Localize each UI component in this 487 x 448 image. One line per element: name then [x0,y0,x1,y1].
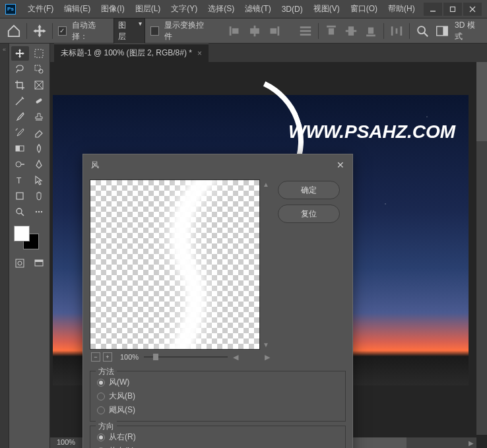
menu-edit[interactable]: 编辑(E) [59,3,96,15]
distribute-icon[interactable] [389,23,404,39]
menu-type[interactable]: 文字(Y) [166,3,203,15]
eyedropper-tool[interactable] [11,94,29,108]
zoom-out-icon[interactable]: − [91,352,100,362]
dialog-preview[interactable] [90,179,260,350]
3d-mode-label: 3D 模式 [455,20,480,42]
scroll-right-arrow-icon[interactable]: ▶ [466,437,476,448]
svg-rect-5 [232,28,238,33]
more-options-icon[interactable] [298,23,313,39]
align-hcenter-icon[interactable] [247,23,262,39]
svg-point-45 [18,261,22,265]
vertical-scrollbar-thumb[interactable] [476,62,487,141]
svg-line-23 [424,32,428,36]
method-blast-radio[interactable]: 大风(B) [97,389,339,403]
quick-select-tool[interactable] [30,62,48,77]
menu-help[interactable]: 帮助(H) [383,3,420,15]
align-vcenter-icon[interactable] [344,23,358,39]
zoom-indicator[interactable]: 100% [57,438,75,446]
align-left-icon[interactable] [228,23,242,39]
method-wind-radio[interactable]: 风(W) [97,375,339,389]
wind-dialog: 风 ✕ ▲ ▼ − + 100% [82,154,353,448]
svg-line-40 [21,213,24,216]
history-brush-tool[interactable] [11,125,29,140]
window-minimize-button[interactable] [424,3,442,16]
dialog-close-button[interactable]: ✕ [337,160,344,170]
preview-horizontal-slider[interactable] [144,352,228,362]
menu-image[interactable]: 图像(I) [96,3,129,15]
svg-rect-13 [327,25,336,27]
align-right-icon[interactable] [267,23,281,39]
preview-down-arrow-icon[interactable]: ▼ [263,341,269,348]
home-icon[interactable] [7,23,21,39]
path-select-tool[interactable] [30,173,48,187]
brush-tool[interactable] [11,110,29,124]
hand-tool[interactable] [30,189,48,203]
collapse-chevron-icon: « [3,46,6,53]
svg-point-41 [36,211,37,212]
menu-filter[interactable]: 滤镜(T) [240,3,276,15]
auto-select-checkbox[interactable] [58,26,67,36]
svg-rect-47 [35,260,43,262]
direction-right-radio[interactable]: 从右(R) [97,430,339,444]
crop-tool[interactable] [11,78,29,92]
screen-mode-tool[interactable] [30,256,48,271]
svg-rect-17 [366,34,375,36]
direction-right-label: 从右(R) [109,432,136,443]
workspace-icon[interactable] [435,23,449,39]
menu-layer[interactable]: 图层(L) [130,3,166,15]
foreground-color-swatch[interactable] [14,226,30,241]
dialog-titlebar[interactable]: 风 ✕ [83,154,352,176]
shape-tool[interactable] [11,189,29,203]
align-top-icon[interactable] [324,23,339,39]
zoom-in-icon[interactable]: + [103,352,112,362]
auto-select-mode-dropdown[interactable]: 图层 [114,18,145,44]
menu-3d[interactable]: 3D(D) [276,5,308,14]
vertical-scrollbar[interactable] [476,62,487,435]
dialog-title: 风 [91,160,99,171]
watermark-text: WWW.PSAHZ.COM [288,121,455,143]
method-wind-label: 风(W) [109,377,129,388]
menu-view[interactable]: 视图(V) [308,3,345,15]
window-maximize-button[interactable] [443,3,462,16]
align-bottom-icon[interactable] [364,23,378,39]
edit-toolbar-button[interactable] [30,205,48,219]
window-close-button[interactable] [463,3,482,16]
preview-up-arrow-icon[interactable]: ▲ [263,181,269,188]
svg-rect-4 [229,26,231,36]
frame-tool[interactable] [30,78,48,92]
search-icon[interactable] [415,23,430,39]
svg-point-35 [16,162,21,167]
pen-tool[interactable] [30,157,48,172]
menu-window[interactable]: 窗口(O) [345,3,383,15]
svg-rect-26 [35,49,43,57]
menu-file[interactable]: 文件(F) [22,3,59,15]
show-transform-checkbox[interactable] [150,26,159,36]
blur-tool[interactable] [30,141,48,156]
ok-button[interactable]: 确定 [278,181,340,199]
tab-close-icon[interactable]: × [197,49,202,58]
move-tool-icon[interactable] [32,23,47,39]
direction-group-title: 方向 [96,421,117,432]
svg-rect-7 [250,28,259,33]
type-tool[interactable]: T [11,173,29,187]
lasso-tool[interactable] [11,62,29,77]
eraser-tool[interactable] [30,125,48,140]
preview-left-arrow-icon[interactable]: ◀ [233,353,238,362]
preview-vertical-slider[interactable]: ▲ ▼ [261,179,271,350]
reset-button[interactable]: 复位 [278,205,340,223]
dodge-tool[interactable] [11,157,29,172]
color-swatches[interactable] [11,224,48,251]
method-stagger-radio[interactable]: 飓风(S) [97,403,339,417]
marquee-tool[interactable] [30,46,48,61]
stamp-tool[interactable] [30,110,48,124]
gradient-tool[interactable] [11,141,29,156]
move-tool[interactable] [11,46,29,61]
preview-right-arrow-icon[interactable]: ▶ [265,353,270,362]
document-tab[interactable]: 未标题-1 @ 100% (图层 2, RGB/8#) * × [54,44,209,62]
menu-select[interactable]: 选择(S) [203,3,240,15]
healing-tool[interactable] [30,94,48,108]
direction-left-radio[interactable]: 从左(L) [97,444,339,448]
panel-collapse-strip[interactable]: « [0,44,9,448]
quick-mask-tool[interactable] [11,256,29,271]
zoom-tool[interactable] [11,205,29,219]
